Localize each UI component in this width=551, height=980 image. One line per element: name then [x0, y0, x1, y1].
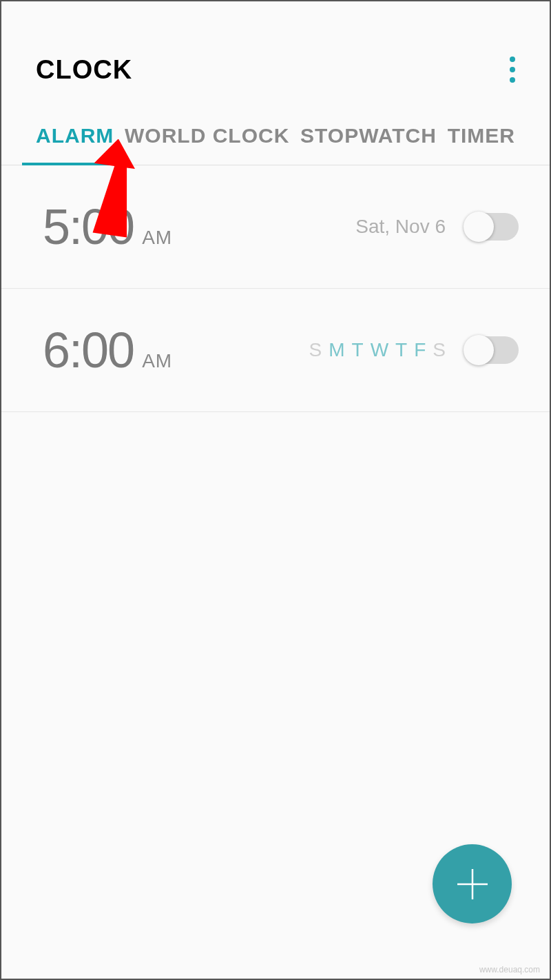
alarm-list: 5:00 AM Sat, Nov 6 6:00 AM S M T W T F [1, 165, 550, 412]
tab-timer[interactable]: TIMER [448, 124, 515, 165]
alarm-toggle[interactable] [465, 213, 519, 241]
alarm-ampm: AM [142, 227, 172, 249]
plus-icon [455, 866, 490, 902]
day-thu: T [395, 339, 407, 361]
alarm-time-block: 5:00 AM [43, 198, 172, 255]
app-header: CLOCK [1, 1, 550, 110]
tab-bar: ALARM WORLD CLOCK STOPWATCH TIMER [1, 110, 550, 165]
app-title: CLOCK [36, 55, 132, 85]
watermark-text: www.deuaq.com [479, 965, 540, 974]
day-sun: S [309, 339, 322, 361]
clock-app-screen: CLOCK ALARM WORLD CLOCK STOPWATCH TIMER … [0, 0, 551, 980]
day-tue: T [352, 339, 364, 361]
day-sat: S [433, 339, 446, 361]
toggle-knob [464, 335, 494, 365]
alarm-row[interactable]: 6:00 AM S M T W T F S [1, 289, 550, 412]
alarm-date: Sat, Nov 6 [172, 216, 465, 238]
tab-stopwatch[interactable]: STOPWATCH [300, 124, 437, 165]
alarm-row[interactable]: 5:00 AM Sat, Nov 6 [1, 165, 550, 289]
alarm-toggle[interactable] [465, 336, 519, 364]
day-mon: M [329, 339, 344, 361]
tab-world-clock[interactable]: WORLD CLOCK [125, 124, 289, 165]
day-wed: W [371, 339, 388, 361]
alarm-repeat-days: S M T W T F S [172, 339, 465, 361]
toggle-knob [464, 212, 494, 242]
alarm-ampm: AM [142, 350, 172, 372]
day-fri: F [414, 339, 426, 361]
alarm-time-block: 6:00 AM [43, 322, 172, 378]
alarm-time: 6:00 [43, 322, 134, 378]
more-options-icon[interactable] [503, 50, 522, 90]
alarm-time: 5:00 [43, 198, 134, 255]
tab-alarm[interactable]: ALARM [36, 124, 114, 165]
add-alarm-button[interactable] [433, 844, 512, 923]
